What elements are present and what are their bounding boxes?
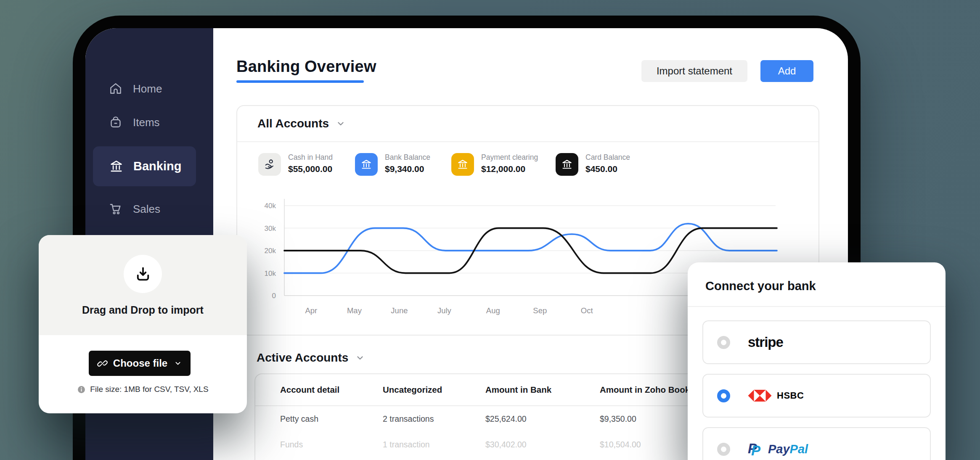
link-icon xyxy=(97,358,108,369)
chevron-down-icon xyxy=(174,359,182,367)
cell-account: Petty cash xyxy=(280,414,383,424)
col-account-detail: Account detail xyxy=(280,385,383,395)
download-circle xyxy=(124,255,162,293)
add-button[interactable]: Add xyxy=(760,60,813,82)
account-summary-row: Cash in Hand$55,000.00 Bank Balance$9,34… xyxy=(237,153,818,178)
drop-zone[interactable]: Drag and Drop to import xyxy=(39,235,247,335)
svg-text:June: June xyxy=(391,306,408,315)
choose-file-label: Choose file xyxy=(113,357,167,369)
paypal-logo-icon: PP xyxy=(748,441,765,457)
summary-bank-balance: Bank Balance$9,340.00 xyxy=(355,153,430,176)
cell-uncategorized: 2 transactions xyxy=(383,414,485,424)
paypal-radio[interactable] xyxy=(717,443,730,456)
connect-bank-title: Connect your bank xyxy=(705,279,816,293)
drag-drop-import-card: Drag and Drop to import Choose file File… xyxy=(39,235,247,413)
all-accounts-title: All Accounts xyxy=(257,117,329,130)
cart-icon xyxy=(109,202,123,216)
svg-text:30k: 30k xyxy=(265,225,276,233)
stripe-radio[interactable] xyxy=(717,336,730,349)
summary-payment-clearing: Payment clearing$12,000.00 xyxy=(451,153,538,176)
summary-label: Card Balance xyxy=(585,153,630,162)
svg-text:40k: 40k xyxy=(265,202,276,210)
divider xyxy=(688,306,946,307)
cell-account: Funds xyxy=(280,440,383,449)
summary-amount: $55,000.00 xyxy=(288,164,333,174)
summary-amount: $12,000.00 xyxy=(481,164,538,174)
active-accounts-dropdown[interactable]: Active Accounts xyxy=(257,351,365,365)
summary-amount: $9,340.00 xyxy=(385,164,430,174)
svg-text:0: 0 xyxy=(272,292,276,300)
bank-icon xyxy=(456,158,469,171)
bank-option-stripe[interactable]: stripe xyxy=(702,320,931,364)
bank-icon xyxy=(109,159,124,174)
cell-uncategorized: 1 transaction xyxy=(383,440,485,449)
cash-in-hand-tile xyxy=(258,153,281,176)
svg-text:July: July xyxy=(437,306,452,315)
cell-amount-bank: $25,624.00 xyxy=(485,414,600,424)
hsbc-radio[interactable] xyxy=(717,389,730,402)
card-balance-tile xyxy=(556,153,578,176)
file-size-note: File size: 1MB for CSV, TSV, XLS xyxy=(39,385,247,394)
drag-drop-title: Drag and Drop to import xyxy=(39,304,247,316)
svg-text:May: May xyxy=(347,306,362,315)
chevron-down-icon xyxy=(336,119,346,129)
bank-icon xyxy=(561,158,573,171)
summary-amount: $450.00 xyxy=(585,164,630,174)
svg-text:Apr: Apr xyxy=(305,306,317,315)
connect-your-bank-card: Connect your bank stripe HSBC PP PayPal xyxy=(688,262,946,460)
sidebar-item-home[interactable]: Home xyxy=(85,75,213,102)
stripe-logo: stripe xyxy=(748,334,783,350)
summary-label: Bank Balance xyxy=(385,153,430,162)
col-uncategorized: Uncategorized xyxy=(383,385,485,395)
svg-text:20k: 20k xyxy=(265,247,276,255)
sidebar-item-banking-active[interactable]: Banking xyxy=(93,146,196,186)
sidebar-item-label: Home xyxy=(133,82,162,95)
active-accounts-title: Active Accounts xyxy=(257,351,348,365)
payment-clearing-tile xyxy=(451,153,474,176)
bank-balance-tile xyxy=(355,153,378,176)
svg-text:Oct: Oct xyxy=(581,306,593,315)
all-accounts-dropdown[interactable]: All Accounts xyxy=(237,106,818,142)
bank-option-hsbc[interactable]: HSBC xyxy=(702,374,931,418)
chevron-down-icon xyxy=(355,353,365,363)
svg-text:Sep: Sep xyxy=(533,306,547,315)
sidebar-item-label: Items xyxy=(133,116,160,129)
hsbc-logo-text: HSBC xyxy=(777,390,804,401)
page-title: Banking Overview xyxy=(236,58,376,76)
summary-label: Payment clearing xyxy=(481,153,538,162)
hsbc-logo-icon xyxy=(748,390,772,402)
sidebar-item-label: Banking xyxy=(133,159,181,173)
cash-hand-icon xyxy=(263,158,276,171)
sidebar-item-sales[interactable]: Sales xyxy=(85,196,213,222)
shopping-bag-icon xyxy=(109,115,123,130)
sidebar-item-items[interactable]: Items xyxy=(85,109,213,136)
col-amount-in-bank: Amount in Bank xyxy=(485,385,600,395)
home-icon xyxy=(109,82,123,96)
bank-option-paypal[interactable]: PP PayPal xyxy=(702,427,931,460)
cell-amount-bank: $30,402.00 xyxy=(485,440,600,449)
title-underline xyxy=(236,80,364,83)
file-size-text: File size: 1MB for CSV, TSV, XLS xyxy=(90,385,208,394)
svg-text:Aug: Aug xyxy=(486,306,500,315)
bank-icon xyxy=(360,158,373,171)
summary-label: Cash in Hand xyxy=(288,153,333,162)
paypal-logo-text: PayPal xyxy=(768,442,808,456)
summary-cash-in-hand: Cash in Hand$55,000.00 xyxy=(258,153,333,176)
sidebar-item-label: Sales xyxy=(133,203,160,216)
svg-text:10k: 10k xyxy=(265,270,276,278)
choose-file-button[interactable]: Choose file xyxy=(89,351,191,376)
summary-card-balance: Card Balance$450.00 xyxy=(556,153,630,176)
info-icon xyxy=(77,385,86,394)
download-icon xyxy=(134,265,152,283)
import-statement-button[interactable]: Import statement xyxy=(641,60,747,82)
